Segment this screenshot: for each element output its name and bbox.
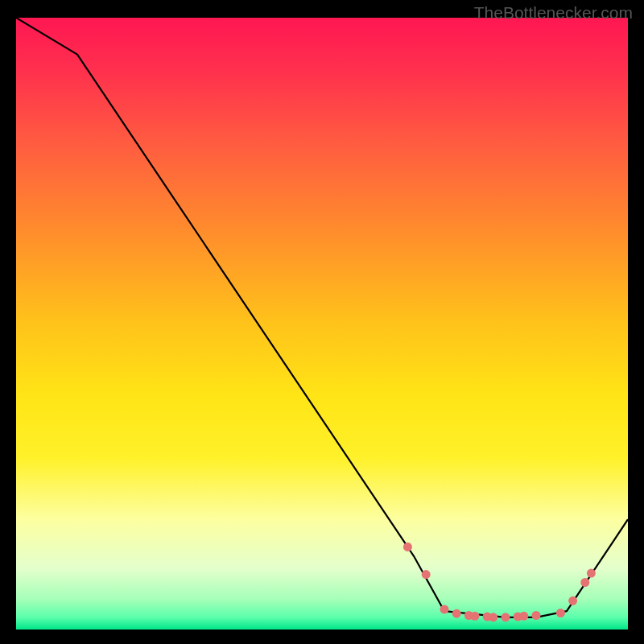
marker-point — [422, 570, 431, 579]
marker-point — [519, 612, 528, 621]
chart-area — [16, 18, 628, 630]
marker-point — [532, 611, 541, 620]
marker-point — [580, 578, 589, 587]
marker-point — [556, 609, 565, 617]
marker-point — [502, 613, 510, 621]
marker-point — [440, 605, 449, 613]
chart-svg — [16, 18, 628, 630]
chart-background — [16, 18, 628, 630]
marker-point — [587, 569, 596, 578]
marker-point — [568, 597, 577, 605]
marker-point — [403, 543, 412, 551]
marker-point — [489, 613, 497, 621]
marker-point — [452, 609, 461, 618]
marker-point — [471, 612, 480, 621]
watermark-text: TheBottlenecker.com — [474, 3, 633, 23]
